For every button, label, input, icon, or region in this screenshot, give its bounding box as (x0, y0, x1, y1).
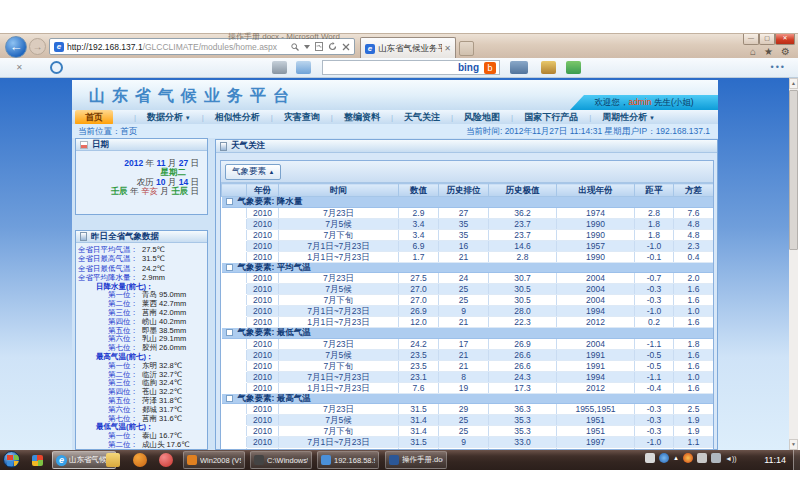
volume-icon[interactable]: ◄)) (725, 455, 737, 462)
scrollbar[interactable]: ▲ ▼ (789, 78, 798, 450)
table-row[interactable]: 20107月1日~7月23日6.91614.61957-1.02.3 (222, 240, 714, 251)
nav-item-7[interactable]: 国家下行产品 (524, 111, 578, 124)
browser-titlebar: 操作手册.docx - Microsoft Word ← → e http://… (0, 33, 798, 58)
tray-firefox-icon[interactable] (683, 453, 693, 463)
toolbar-icon-1[interactable] (510, 61, 528, 74)
element-filter-button[interactable]: 气象要素 ▲ (225, 164, 281, 180)
start-button[interactable] (3, 451, 20, 468)
quick-launch-icon[interactable] (32, 455, 43, 466)
table-row[interactable]: 20101月1日~7月23日7.61917.32012-0.41.6 (222, 382, 714, 393)
favorites-icon[interactable]: ★ (764, 46, 773, 57)
taskbar-clock: 11:14 (764, 455, 786, 465)
group-row[interactable]: 气象要素: 最低气温 (222, 328, 714, 339)
weather-table: 年份时间数值历史排位历史极值出现年份距平方差 气象要素: 降水量20107月23… (221, 183, 714, 450)
stop-icon[interactable] (342, 43, 350, 51)
taskbar-browser-icon[interactable] (159, 453, 173, 467)
table-row[interactable]: 20107月下旬31.42535.31951-0.31.9 (222, 426, 714, 437)
column-header: 历史极值 (489, 184, 557, 197)
taskbar-window-button-1[interactable]: C:\Windows\s... (250, 451, 312, 469)
compat-icon[interactable] (315, 42, 323, 51)
tray-language-icon[interactable] (645, 453, 655, 463)
toolbar-icon-2[interactable] (541, 61, 556, 74)
tray-network-icon[interactable] (659, 453, 669, 463)
table-row[interactable]: 20107月5候3.43523.719901.84.8 (222, 218, 714, 229)
toolbar-search-box[interactable]: bing b (322, 60, 500, 75)
table-row[interactable]: 20107月23日24.21726.92004-1.11.8 (222, 338, 714, 349)
scroll-thumb[interactable] (789, 90, 798, 250)
table-row[interactable]: 20107月23日31.52936.31955,1951-0.32.5 (222, 404, 714, 415)
group-row[interactable]: 气象要素: 最高气温 (222, 393, 714, 404)
table-row[interactable]: 20107月下旬3.43523.719901.84.8 (222, 229, 714, 240)
maximize-button[interactable]: ▢ (759, 34, 775, 45)
table-toolbar: 气象要素 ▲ (221, 161, 713, 183)
expand-checkbox[interactable] (226, 198, 233, 205)
nav-item-2[interactable]: 相似性分析 (215, 111, 260, 124)
dropdown-icon[interactable] (304, 45, 310, 49)
table-row[interactable]: 20107月1日~7月23日23.1824.31994-1.11.0 (222, 371, 714, 382)
search-icon[interactable] (291, 43, 299, 51)
scroll-down-icon[interactable]: ▼ (789, 439, 798, 450)
nav-item-0[interactable]: 首页 (75, 110, 113, 125)
table-row[interactable]: 20107月下旬27.02530.52004-0.31.6 (222, 295, 714, 306)
nav-item-5[interactable]: 天气关注 (404, 111, 440, 124)
share-icon[interactable] (296, 61, 311, 74)
refresh-icon[interactable] (328, 42, 337, 51)
close-button[interactable]: ✕ (775, 34, 795, 45)
new-tab-button[interactable] (459, 41, 474, 56)
group-row[interactable]: 气象要素: 降水量 (222, 197, 714, 208)
table-row[interactable]: 20107月5候27.02530.52004-0.31.6 (222, 284, 714, 295)
table-row[interactable]: 20101月1日~7月23日1.7212.81990-0.10.4 (222, 251, 714, 262)
nav-item-1[interactable]: 数据分析 ▼ (147, 111, 191, 124)
toolbar-circle-icon[interactable] (50, 61, 63, 74)
toolbar-icon-3[interactable] (566, 61, 581, 74)
scroll-up-icon[interactable]: ▲ (789, 78, 798, 89)
table-row[interactable]: 20107月下旬23.52126.61991-0.51.6 (222, 360, 714, 371)
nav-item-4[interactable]: 整编资料 (344, 111, 380, 124)
nav-separator: | (260, 113, 284, 122)
taskbar-window-button-2[interactable]: 192.168.58.99... (317, 451, 379, 469)
tray-display-icon[interactable] (711, 453, 721, 463)
taskbar-window-button-0[interactable]: Win2008 (VS2... (183, 451, 245, 469)
table-row[interactable]: 20107月23日27.52430.72004-0.72.0 (222, 273, 714, 284)
toolbar-close-icon[interactable]: ✕ (16, 63, 23, 72)
home-icon[interactable]: ⌂ (750, 46, 756, 57)
show-desktop-button[interactable] (793, 450, 800, 470)
table-row[interactable]: 20107月1日~7月23日31.5933.01997-1.01.1 (222, 437, 714, 448)
expand-checkbox[interactable] (226, 264, 233, 271)
camera-icon[interactable] (272, 61, 287, 74)
forward-button[interactable]: → (29, 38, 46, 55)
expand-checkbox[interactable] (226, 395, 233, 402)
column-header: 历史排位 (439, 184, 489, 197)
sidebar: 日期 2012 年 11 月 27 日 星期二 农历 10 月 14 日 壬辰 … (75, 138, 208, 450)
url-text: http://192.168.137.1/GLCCLIMATE/modules/… (67, 42, 286, 52)
column-header: 时间 (279, 184, 399, 197)
table-row[interactable]: 20107月1日~7月23日26.9928.01994-1.01.0 (222, 306, 714, 317)
table-row[interactable]: 20107月23日2.92736.219742.87.6 (222, 207, 714, 218)
table-row[interactable]: 20107月5候23.52126.61991-0.51.6 (222, 349, 714, 360)
date-panel-header: 日期 (76, 139, 207, 151)
minimize-button[interactable]: — (743, 34, 759, 45)
browser-tab[interactable]: e 山东省气候业务平... ✕ (360, 37, 456, 59)
nav-separator: | (380, 113, 404, 122)
nav-item-3[interactable]: 灾害查询 (284, 111, 320, 124)
nav-item-6[interactable]: 风险地图 (464, 111, 500, 124)
tab-close-icon[interactable]: ✕ (444, 44, 451, 53)
taskbar-window-button-3[interactable]: 操作手册.docx ... (385, 451, 447, 469)
breadcrumb: 当前位置：首页 (78, 124, 138, 138)
tray-up-arrow-icon[interactable]: ▲ (673, 455, 679, 461)
taskbar-folder-icon[interactable] (106, 453, 120, 467)
group-row[interactable]: 气象要素: 平均气温 (222, 262, 714, 273)
column-header (222, 184, 247, 197)
back-button[interactable]: ← (5, 36, 27, 58)
main-panel-header: 天气关注 (216, 140, 717, 153)
taskbar-media-icon[interactable] (133, 453, 147, 467)
toolbar-overflow-icon[interactable]: ••• (771, 62, 786, 72)
tools-icon[interactable]: ⚙ (781, 46, 790, 57)
nav-item-8[interactable]: 周期性分析 ▼ (602, 111, 655, 124)
table-row[interactable]: 20107月5候31.42535.31951-0.31.9 (222, 415, 714, 426)
browser-window: 操作手册.docx - Microsoft Word ← → e http://… (0, 33, 798, 450)
expand-checkbox[interactable] (226, 329, 233, 336)
tray-flag-icon[interactable] (697, 453, 707, 463)
table-row[interactable]: 20101月1日~7月23日12.02122.320120.21.6 (222, 317, 714, 328)
welcome-tab: 欢迎您，admin 先生(小姐) (570, 95, 718, 110)
